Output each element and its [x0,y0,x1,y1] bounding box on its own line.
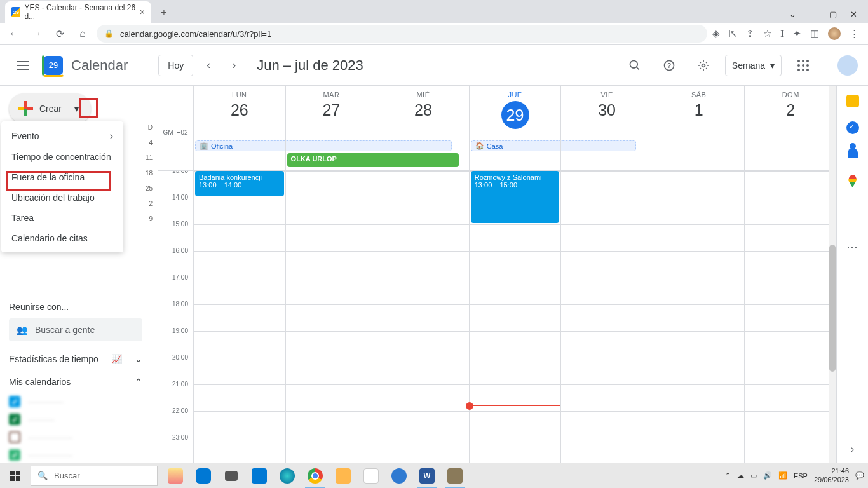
settings-button[interactable] [691,53,716,78]
taskbar-app-2[interactable] [189,463,217,489]
help-button[interactable]: ? [656,53,682,78]
day-header-sat[interactable]: SÁB1 [653,86,745,139]
minimize-icon[interactable]: — [808,10,817,19]
taskbar-explorer-icon[interactable] [329,463,357,489]
caret-down-icon[interactable]: ⌄ [788,10,797,19]
tray-volume-icon[interactable]: 🔊 [763,471,772,480]
day-header-fri[interactable]: VIE30 [560,86,653,139]
calendar-checkbox-item[interactable]: ✓———— [9,396,158,407]
day-column-fri[interactable] [560,171,653,463]
day-header-tue[interactable]: MAR27 [285,86,377,139]
maps-icon[interactable] [848,175,857,187]
chrome-menu-icon[interactable]: ⋮ [850,28,859,39]
day-column-sat[interactable] [653,171,745,463]
close-window-icon[interactable]: ✕ [849,10,858,19]
keep-icon[interactable] [846,95,859,107]
today-button[interactable]: Hoy [158,55,193,76]
chevron-right-icon: › [110,130,113,142]
more-addons-icon[interactable]: ⋯ [846,240,859,254]
collapse-panel-icon[interactable]: › [851,444,854,455]
allday-cell-mon[interactable]: 🏢 Oficina [193,139,285,170]
day-header-mon[interactable]: LUN26 [193,86,285,139]
main-menu-button[interactable] [10,53,36,78]
taskbar-word-icon[interactable]: W [413,463,441,489]
day-column-wed[interactable] [377,171,469,463]
ext-i-icon[interactable]: I [780,29,784,39]
calendar-checkbox-item[interactable]: ✓————— [9,449,158,461]
day-header-wed[interactable]: MIÉ28 [377,86,469,139]
allday-cell-wed[interactable] [377,139,469,170]
scrollbar[interactable] [829,86,836,463]
extensions-icon[interactable]: ✦ [793,28,801,39]
menu-item-task[interactable]: Tarea [1,208,123,228]
calendar-checkbox-item[interactable]: ✓——— [9,414,158,425]
allday-cell-fri[interactable] [560,139,653,170]
menu-item-appointment-schedule[interactable]: Calendario de citas [1,228,123,248]
allday-cell-sun[interactable] [744,139,836,170]
create-button[interactable]: Crear ▾ [9,93,91,124]
profile-avatar-icon[interactable] [828,27,841,40]
side-panel: ⋯ › [836,86,868,463]
next-period-button[interactable]: › [224,55,244,76]
contacts-icon[interactable] [848,148,858,161]
allday-cell-tue[interactable]: OLKA URLOP [285,139,377,170]
day-column-sun[interactable] [744,171,836,463]
search-people-input[interactable]: 👥 Buscar a gente [9,318,142,341]
maximize-icon[interactable]: ▢ [829,10,837,19]
view-selector[interactable]: Semana ▾ [725,55,782,76]
event-rozmowy[interactable]: Rozmowy z Salonami 13:00 – 15:00 [471,171,560,223]
taskbar-thunderbird-icon[interactable] [385,463,413,489]
main-content: Crear ▾ D 4 11 18 25 2 9 Evento› Tiempo … [0,86,868,463]
tray-wifi-icon[interactable]: 📶 [778,471,787,480]
url-input[interactable]: 🔒 calendar.google.com/calendar/u/3/r?pli… [97,25,707,43]
sidepanel-icon[interactable]: ◫ [810,28,819,39]
allday-cell-sat[interactable] [653,139,745,170]
taskbar-gimp-icon[interactable] [441,463,469,489]
taskbar-app-1[interactable] [161,463,189,489]
my-calendars-toggle[interactable]: Mis calendarios ⌃ [9,377,142,387]
taskbar-edge-icon[interactable] [273,463,301,489]
taskbar-store-icon[interactable] [245,463,273,489]
calendar-checkbox-item[interactable]: ————— [9,431,158,443]
event-badania[interactable]: Badania konkurencji 13:00 – 14:00 [195,171,284,196]
day-column-tue[interactable] [285,171,377,463]
close-tab-icon[interactable]: × [140,7,145,17]
search-button[interactable] [622,53,648,78]
tray-notifications-icon[interactable]: 💬 [855,471,864,480]
tray-chevron-icon[interactable]: ⌃ [725,471,731,480]
time-grid[interactable]: 13:00 14:00 15:00 16:00 17:00 18:00 19:0… [158,171,836,463]
day-column-thu[interactable]: Rozmowy z Salonami 13:00 – 15:00 [469,171,561,463]
tray-clock[interactable]: 21:46 29/06/2023 [814,467,849,484]
taskbar-chrome-icon[interactable] [301,463,329,489]
taskbar-app-3[interactable] [357,463,385,489]
ext-eye-icon[interactable]: ◈ [712,28,720,39]
bookmark-icon[interactable]: ☆ [763,28,771,39]
day-header-thu[interactable]: JUE29 [469,86,561,139]
time-insights-toggle[interactable]: Estadísticas de tiempo 📈 ⌄ [9,354,142,364]
windows-search-input[interactable]: 🔍 Buscar [31,466,158,486]
svg-text:?: ? [667,62,671,69]
new-tab-button[interactable]: + [155,4,173,22]
prev-period-button[interactable]: ‹ [198,55,219,76]
menu-item-event[interactable]: Evento› [1,125,123,147]
allday-cell-thu[interactable]: 🏠 Casa [469,139,561,170]
tasks-icon[interactable] [846,121,859,134]
taskview-icon[interactable] [217,463,245,489]
google-apps-button[interactable] [790,53,816,78]
annotation-highlight-out-of-office [6,171,111,191]
account-avatar[interactable] [837,55,858,76]
tray-language[interactable]: ESP [794,472,808,480]
browser-tab[interactable]: 29 YES - Calendar - Semana del 26 d... × [5,1,151,23]
day-column-mon[interactable]: Badania konkurencji 13:00 – 14:00 [193,171,285,463]
tray-onedrive-icon[interactable]: ☁ [737,471,744,480]
tray-battery-icon[interactable]: ▭ [750,471,757,480]
ext-send-icon[interactable]: ⇪ [746,28,754,39]
home-button[interactable]: ⌂ [74,25,92,43]
forward-button: → [28,25,46,43]
day-header-sun[interactable]: DOM2 [744,86,836,139]
reload-button[interactable]: ⟳ [51,25,69,43]
menu-item-focus-time[interactable]: Tiempo de concentración [1,147,123,167]
back-button[interactable]: ← [5,25,23,43]
start-button[interactable] [0,463,31,489]
ext-share-icon[interactable]: ⇱ [729,28,737,39]
